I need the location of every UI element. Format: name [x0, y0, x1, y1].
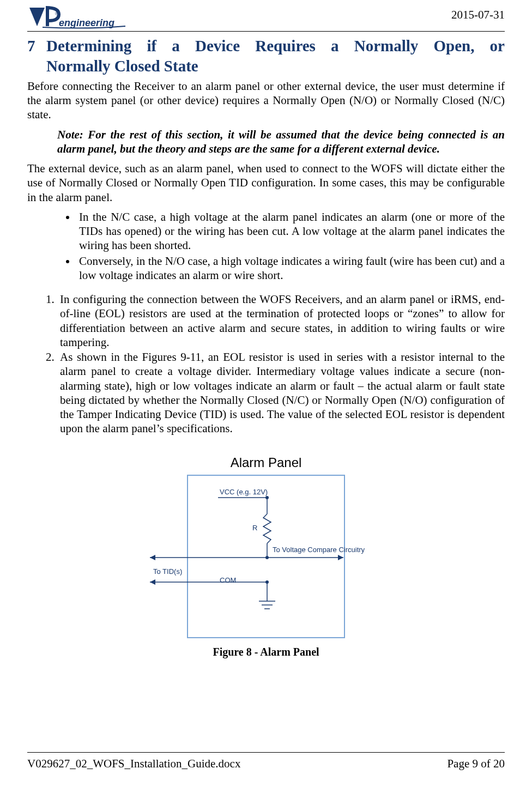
note-paragraph: Note: For the rest of this section, it w… [27, 128, 505, 156]
numbered-item: As shown in the Figures 9-11, an EOL res… [57, 350, 505, 436]
svg-marker-11 [150, 555, 155, 560]
bullet-list: In the N/C case, a high voltage at the a… [27, 210, 505, 282]
paragraph-2: The external device, such as an alarm pa… [27, 161, 505, 204]
section-title-line1: Determining if a Device Requires a Norma… [46, 36, 505, 56]
figure-caption: Figure 8 - Alarm Panel [27, 646, 505, 658]
figure-container: Alarm Panel [27, 455, 505, 658]
figure-label-tid: To TID(s) [153, 567, 182, 576]
page-header: ® engineering 2015-07-31 [27, 5, 505, 32]
numbered-item: In configuring the connection between th… [57, 292, 505, 349]
header-date: 2015-07-31 [451, 5, 505, 22]
footer-page: Page 9 of 20 [447, 757, 505, 771]
figure-label-vcc: VCC (e.g. 12V) [220, 488, 268, 496]
figure-title: Alarm Panel [27, 455, 505, 470]
bullet-item: Conversely, in the N/O case, a high volt… [76, 254, 505, 283]
footer-filename: V029627_02_WOFS_Installation_Guide.docx [27, 757, 240, 771]
svg-text:engineering: engineering [59, 17, 114, 28]
numbered-list: In configuring the connection between th… [27, 292, 505, 436]
svg-text:®: ® [55, 11, 59, 16]
svg-rect-0 [46, 8, 49, 26]
figure-diagram: VCC (e.g. 12V) R To Voltage Compare Circ… [187, 475, 345, 638]
figure-label-compare: To Voltage Compare Circuitry [273, 546, 365, 554]
section-title-line2: Normally Closed State [46, 56, 505, 76]
bullet-item: In the N/C case, a high voltage at the a… [76, 210, 505, 253]
section-number: 7 [27, 36, 44, 56]
company-logo: ® engineering [27, 5, 136, 30]
figure-label-r: R [252, 524, 257, 532]
figure-label-com: COM [220, 576, 236, 584]
paragraph-1: Before connecting the Receiver to an ala… [27, 79, 505, 122]
svg-marker-9 [338, 555, 343, 560]
svg-marker-15 [150, 579, 155, 585]
page-footer: V029627_02_WOFS_Installation_Guide.docx … [27, 752, 505, 771]
section-heading: 7 Determining if a Device Requires a Nor… [27, 36, 505, 76]
